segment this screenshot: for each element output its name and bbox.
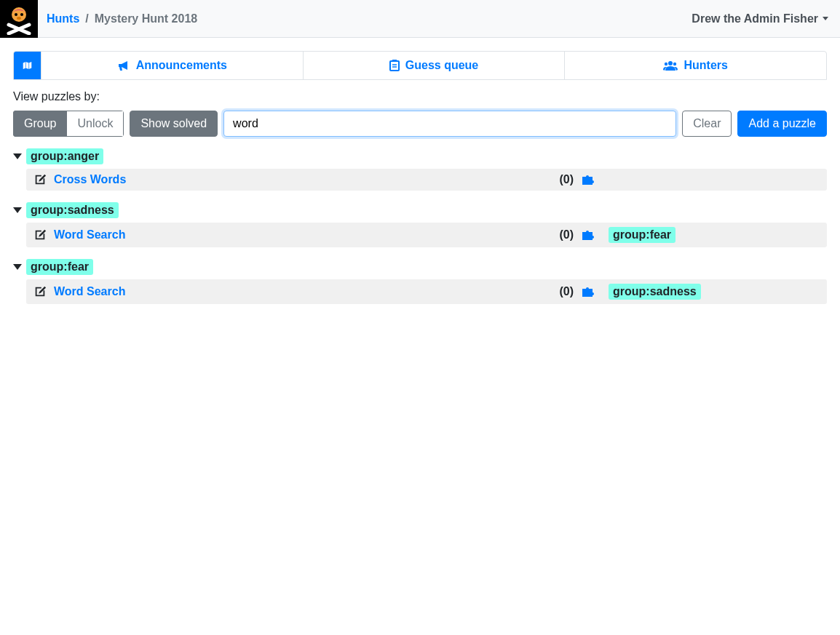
edit-icon[interactable] [33,285,47,298]
group-header[interactable]: group:anger [13,148,827,164]
puzzle-count: (0) [552,228,574,241]
controls-row: Group Unlock Show solved Clear Add a puz… [13,111,827,137]
puzzle-row: Word Search(0)group:sadness [26,279,827,304]
tab-announcements-label: Announcements [136,59,227,72]
svg-point-2 [20,13,23,16]
puzzle-extra-tags: group:fear [609,227,812,243]
puzzle-row: Word Search(0)group:fear [26,223,827,247]
svg-point-1 [15,13,17,16]
tab-hunters[interactable]: Hunters [565,52,826,79]
svg-rect-4 [390,61,399,71]
tab-announcements[interactable]: Announcements [41,52,304,79]
group-block: group:fearWord Search(0)group:sadness [13,259,827,304]
show-solved-button[interactable]: Show solved [130,111,218,137]
group-header[interactable]: group:sadness [13,202,827,218]
puzzle-link[interactable]: Word Search [54,285,125,298]
users-icon [663,60,678,71]
collapse-icon [13,264,22,270]
puzzle-extra-tags: group:sadness [609,284,812,300]
user-name: Drew the Admin Fisher [692,12,818,25]
svg-point-9 [665,63,667,65]
puzzle-piece-icon[interactable] [581,285,595,298]
search-input[interactable] [223,111,676,137]
puzzle-tag[interactable]: group:sadness [609,284,701,300]
group-header[interactable]: group:fear [13,259,827,275]
puzzle-piece-icon[interactable] [581,228,595,241]
clipboard-icon [389,60,400,71]
view-puzzles-label: View puzzles by: [13,90,827,103]
app-logo[interactable] [0,0,38,38]
edit-icon[interactable] [33,173,47,186]
collapse-icon [13,153,22,159]
user-menu[interactable]: Drew the Admin Fisher [692,12,828,25]
clear-button[interactable]: Clear [682,111,732,137]
tab-hunters-label: Hunters [684,59,727,72]
svg-point-3 [17,17,21,20]
bullhorn-icon [117,60,130,71]
group-block: group:sadnessWord Search(0)group:fear [13,202,827,247]
puzzle-piece-icon[interactable] [581,173,595,186]
tab-bar: Announcements Guess queue Hunters [13,51,827,80]
group-tag[interactable]: group:sadness [26,202,119,218]
puzzle-row: Cross Words(0) [26,169,827,191]
breadcrumb: Hunts / Mystery Hunt 2018 [38,12,197,25]
breadcrumb-root-link[interactable]: Hunts [47,12,79,25]
collapse-icon [13,207,22,213]
edit-icon[interactable] [33,228,47,241]
breadcrumb-current: Mystery Hunt 2018 [95,12,197,25]
puzzle-count: (0) [552,173,574,186]
tab-guess-queue-label: Guess queue [405,59,478,72]
group-tag[interactable]: group:anger [26,148,103,164]
puzzle-tag[interactable]: group:fear [609,227,675,243]
breadcrumb-separator: / [85,12,88,25]
tab-guess-queue[interactable]: Guess queue [304,52,566,79]
puzzle-link[interactable]: Cross Words [54,173,126,186]
svg-point-8 [668,61,673,65]
group-tag[interactable]: group:fear [26,259,93,275]
group-block: group:angerCross Words(0) [13,148,827,191]
add-puzzle-button[interactable]: Add a puzzle [737,111,827,137]
view-mode-group: Group Unlock [13,111,124,137]
svg-rect-5 [392,60,397,62]
group-button[interactable]: Group [13,111,67,137]
unlock-button[interactable]: Unlock [67,111,124,137]
puzzle-link[interactable]: Word Search [54,228,125,241]
map-icon [23,60,32,71]
topbar: Hunts / Mystery Hunt 2018 Drew the Admin… [0,0,840,38]
svg-point-10 [673,63,676,65]
tab-map[interactable] [14,52,41,79]
caret-down-icon [823,17,828,20]
puzzle-count: (0) [552,285,574,298]
